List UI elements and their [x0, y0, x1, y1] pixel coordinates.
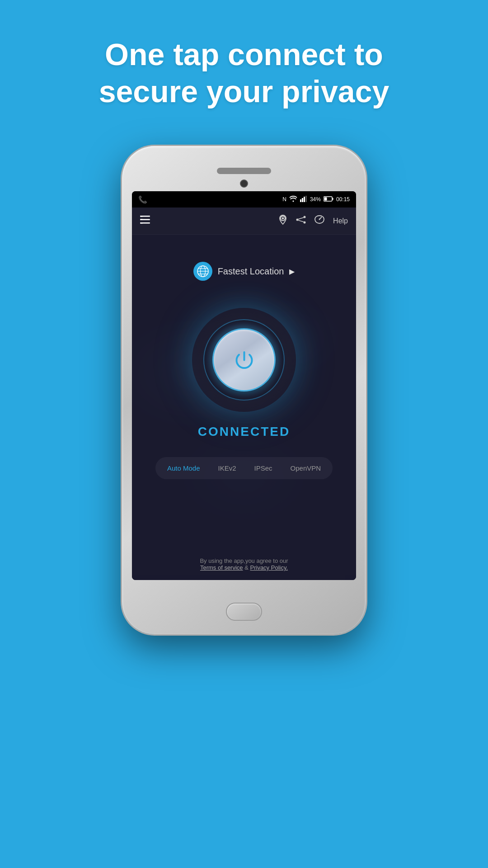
protocol-selector: Auto Mode IKEv2 IPSec OpenVPN	[155, 457, 333, 479]
help-label[interactable]: Help	[333, 217, 348, 225]
time-label: 00:15	[336, 196, 350, 203]
svg-point-16	[282, 217, 284, 220]
location-globe-icon	[193, 262, 212, 281]
power-glow-outer	[192, 308, 296, 412]
svg-rect-1	[302, 198, 303, 202]
hero-headline: One tap connect to secure your privacy	[63, 36, 426, 110]
svg-line-20	[298, 217, 304, 219]
svg-point-19	[304, 222, 306, 224]
protocol-ikev2[interactable]: IKEv2	[210, 461, 244, 476]
svg-line-21	[298, 220, 304, 222]
menu-icon[interactable]	[140, 216, 150, 226]
connection-status: CONNECTED	[198, 425, 290, 439]
phone-icon: 📞	[138, 195, 147, 204]
phone-screen: 📞 N 34%	[132, 191, 356, 580]
speed-icon[interactable]	[314, 215, 325, 226]
home-button[interactable]	[226, 603, 262, 621]
protocol-auto-mode[interactable]: Auto Mode	[159, 461, 208, 476]
location-icon[interactable]	[278, 214, 288, 227]
app-content: Fastest Location ▶	[132, 235, 356, 580]
bottom-notice: By using the app,you agree to our Terms …	[132, 557, 356, 571]
status-bar-right: N 34%	[282, 196, 350, 203]
protocol-ipsec[interactable]: IPSec	[246, 461, 281, 476]
svg-rect-12	[140, 222, 143, 224]
svg-point-17	[296, 219, 299, 221]
power-glow-mid	[203, 319, 285, 401]
svg-rect-5	[332, 198, 333, 200]
notice-text: By using the app,you agree to our	[200, 557, 288, 564]
svg-point-23	[319, 219, 320, 220]
signal-icon	[300, 196, 307, 203]
status-bar: 📞 N 34%	[132, 191, 356, 208]
share-icon[interactable]	[296, 215, 306, 226]
svg-rect-6	[324, 197, 327, 200]
battery-label: 34%	[310, 196, 321, 203]
svg-rect-11	[140, 219, 143, 221]
power-button[interactable]	[212, 328, 276, 392]
nfc-icon: N	[282, 196, 286, 203]
toolbar-right: Help	[278, 214, 348, 227]
app-toolbar: Help	[132, 208, 356, 235]
svg-rect-0	[300, 199, 301, 202]
wifi-icon	[289, 196, 297, 203]
battery-icon	[324, 196, 333, 203]
privacy-link[interactable]: Privacy Policy.	[250, 564, 288, 571]
location-text: Fastest Location	[218, 266, 284, 277]
protocol-openvpn[interactable]: OpenVPN	[282, 461, 329, 476]
location-selector[interactable]: Fastest Location ▶	[193, 262, 295, 281]
power-button-container[interactable]	[192, 308, 296, 412]
phone-camera	[240, 179, 248, 188]
phone-speaker	[217, 168, 271, 174]
svg-rect-2	[304, 197, 305, 202]
location-arrow-icon: ▶	[289, 267, 295, 276]
svg-point-18	[304, 216, 306, 218]
terms-link[interactable]: Terms of service	[200, 564, 243, 571]
separator: &	[244, 564, 250, 571]
svg-rect-10	[140, 216, 143, 217]
phone-mockup: 📞 N 34%	[122, 146, 366, 634]
svg-rect-3	[305, 196, 307, 202]
